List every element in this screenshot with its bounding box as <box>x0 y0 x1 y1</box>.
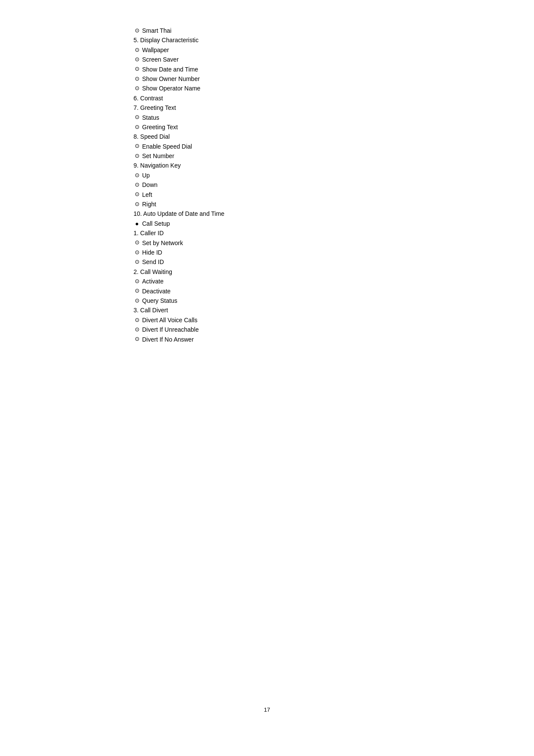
list-item: ⊙Greeting Text <box>134 122 534 132</box>
circle-icon: ⊙ <box>134 27 140 34</box>
item-label: Divert If Unreachable <box>142 325 199 334</box>
item-label: 8. Speed Dial <box>134 132 170 141</box>
item-label: 10. Auto Update of Date and Time <box>134 209 224 218</box>
item-label: Show Operator Name <box>142 84 200 93</box>
list-item: ⊙Show Date and Time <box>134 65 534 74</box>
circle-icon: ⊙ <box>134 249 140 256</box>
list-item: 10. Auto Update of Date and Time <box>134 209 534 218</box>
item-label: Send ID <box>142 257 164 267</box>
list-item: ⊙Activate <box>134 277 534 286</box>
item-label: Show Date and Time <box>142 65 198 74</box>
circle-icon: ⊙ <box>134 143 140 150</box>
item-label: Divert All Voice Calls <box>142 315 197 325</box>
list-item: ⊙Show Owner Number <box>134 74 534 84</box>
circle-icon: ⊙ <box>134 201 140 208</box>
item-label: 3. Call Divert <box>134 305 168 315</box>
list-item: ⊙Left <box>134 190 534 199</box>
list-item: ⊙Show Operator Name <box>134 84 534 93</box>
list-item: ⊙Right <box>134 199 534 209</box>
list-item: ⊙Screen Saver <box>134 55 534 64</box>
circle-icon: ⊙ <box>134 240 140 246</box>
list-item: ⊙Up <box>134 171 534 180</box>
circle-icon: ⊙ <box>134 181 140 188</box>
list-item: ⊙Set Number <box>134 151 534 161</box>
list-item: ●Call Setup <box>134 219 534 228</box>
list-item: ⊙Hide ID <box>134 248 534 257</box>
list-item: ⊙Deactivate <box>134 286 534 296</box>
item-label: Smart Thai <box>142 26 171 35</box>
item-label: Right <box>142 199 156 209</box>
circle-icon: ⊙ <box>134 297 140 304</box>
page-content: ⊙Smart Thai5. Display Characteristic⊙Wal… <box>0 0 534 344</box>
list-item: 2. Call Waiting <box>134 267 534 277</box>
list-item: ⊙Down <box>134 180 534 190</box>
page-number: 17 <box>264 706 270 713</box>
circle-icon: ⊙ <box>134 75 140 82</box>
list-item: 3. Call Divert <box>134 305 534 315</box>
circle-icon: ⊙ <box>134 326 140 333</box>
circle-icon: ⊙ <box>134 278 140 285</box>
item-label: Status <box>142 113 159 122</box>
list-item: 1. Caller ID <box>134 228 534 238</box>
list-item: ⊙Enable Speed Dial <box>134 142 534 151</box>
item-label: Divert If No Answer <box>142 335 194 344</box>
list-item: ⊙Divert If No Answer <box>134 335 534 344</box>
item-label: 2. Call Waiting <box>134 267 172 277</box>
circle-icon: ⊙ <box>134 66 140 73</box>
list-item: ⊙Set by Network <box>134 238 534 248</box>
item-label: Show Owner Number <box>142 74 200 84</box>
item-label: 1. Caller ID <box>134 228 164 238</box>
circle-icon: ⊙ <box>134 152 140 159</box>
list-item: ⊙Divert All Voice Calls <box>134 315 534 325</box>
item-label: Wallpaper <box>142 45 169 55</box>
list-item: ⊙Query Status <box>134 296 534 305</box>
circle-icon: ⊙ <box>134 124 140 131</box>
circle-icon: ⊙ <box>134 47 140 53</box>
item-label: 9. Navigation Key <box>134 161 181 170</box>
list-item: ⊙Smart Thai <box>134 26 534 35</box>
item-label: Left <box>142 190 152 199</box>
item-label: Greeting Text <box>142 122 178 132</box>
item-label: 6. Contrast <box>134 93 163 103</box>
circle-icon: ⊙ <box>134 259 140 266</box>
list-item: ⊙Status <box>134 113 534 122</box>
list-item: 9. Navigation Key <box>134 161 534 170</box>
circle-icon: ⊙ <box>134 56 140 63</box>
circle-icon: ⊙ <box>134 114 140 121</box>
item-label: Enable Speed Dial <box>142 142 192 151</box>
circle-icon: ⊙ <box>134 336 140 343</box>
item-label: Down <box>142 180 158 190</box>
item-label: Query Status <box>142 296 177 305</box>
item-label: Hide ID <box>142 248 162 257</box>
item-label: 5. Display Characteristic <box>134 35 199 45</box>
list-item: 7. Greeting Text <box>134 103 534 112</box>
list-item: ⊙Divert If Unreachable <box>134 325 534 334</box>
circle-icon: ⊙ <box>134 85 140 92</box>
circle-icon: ⊙ <box>134 288 140 295</box>
list-item: ⊙Send ID <box>134 257 534 267</box>
list-item: 5. Display Characteristic <box>134 35 534 45</box>
circle-icon: ⊙ <box>134 191 140 198</box>
item-label: Set by Network <box>142 238 183 248</box>
item-label: Up <box>142 171 150 180</box>
list-item: ⊙Wallpaper <box>134 45 534 55</box>
item-label: 7. Greeting Text <box>134 103 176 112</box>
circle-icon: ⊙ <box>134 317 140 324</box>
item-label: Screen Saver <box>142 55 179 64</box>
item-label: Set Number <box>142 151 174 161</box>
item-label: Call Setup <box>142 219 170 228</box>
item-label: Activate <box>142 277 164 286</box>
list-item: 8. Speed Dial <box>134 132 534 141</box>
bullet-icon: ● <box>134 220 140 227</box>
list-item: 6. Contrast <box>134 93 534 103</box>
item-label: Deactivate <box>142 286 171 296</box>
circle-icon: ⊙ <box>134 172 140 179</box>
